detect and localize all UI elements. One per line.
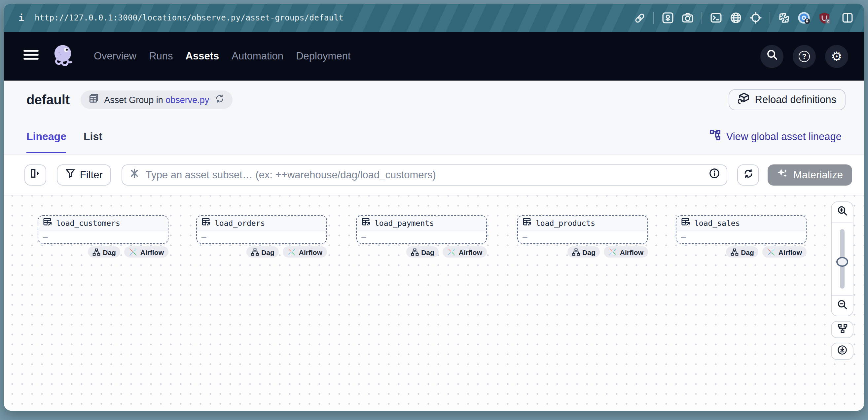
nav-item-assets[interactable]: Assets [186, 50, 219, 62]
settings-button[interactable]: ⚙ [825, 44, 848, 68]
content-blocker-shield-icon[interactable]: 2 [818, 11, 831, 24]
asset-table-icon [523, 217, 532, 229]
browser-titlebar: i http://127.0.0.1:3000/locations/observ… [4, 4, 864, 32]
info-icon: i [19, 12, 24, 23]
tag-dag[interactable]: Dag [406, 246, 439, 258]
tag-dag[interactable]: Dag [246, 246, 279, 258]
tag-dag[interactable]: Dag [88, 246, 121, 258]
zoom-controls [831, 201, 854, 360]
zoom-out-icon [837, 299, 848, 313]
panel-toggle-icon [30, 168, 41, 182]
asset-table-icon [43, 217, 52, 229]
gear-icon: ⚙ [831, 50, 842, 62]
tag-airflow[interactable]: Airflow [125, 246, 168, 258]
terminal-icon[interactable] [710, 12, 722, 24]
refresh-graph-button[interactable] [737, 164, 759, 185]
asset-table-icon [681, 217, 690, 229]
link-icon[interactable] [634, 12, 645, 24]
extensions-puzzle-icon[interactable] [778, 12, 790, 24]
nav-item-deployment[interactable]: Deployment [296, 50, 350, 62]
reload-definitions-button[interactable]: Reload definitions [728, 89, 845, 110]
reload-cube-icon [738, 92, 750, 107]
filter-label: Filter [80, 169, 103, 181]
lineage-toolbar: Filter Materialize [4, 155, 864, 195]
nav-item-automation[interactable]: Automation [231, 50, 283, 62]
asset-node: load_payments – Dag Airflow [356, 215, 487, 258]
asset-subset-field [122, 164, 727, 185]
camera-icon[interactable] [682, 12, 693, 24]
asset-table-icon [202, 217, 211, 229]
tag-airflow[interactable]: Airflow [443, 246, 487, 258]
asset-node-box[interactable]: load_sales – [676, 215, 807, 244]
blocked-count-badge: 2 [827, 19, 829, 23]
image-capture-icon[interactable] [662, 12, 674, 24]
asset-node: load_orders – Dag Airflow [196, 215, 327, 258]
op-selector-icon [129, 168, 141, 182]
url-bar[interactable]: http://127.0.0.1:3000/locations/observe.… [35, 13, 344, 23]
titlebar-separator [702, 12, 702, 24]
page-title: default [26, 92, 70, 107]
node-status: – [202, 232, 206, 241]
refresh-icon [743, 168, 753, 181]
titlebar-separator [653, 12, 654, 24]
asset-node: load_sales – Dag Airflow [676, 215, 807, 258]
rearrange-layout-button[interactable] [831, 321, 854, 338]
tab-list[interactable]: List [84, 119, 102, 154]
tag-airflow[interactable]: Airflow [763, 246, 807, 258]
asset-node: load_customers – Dag Airflow [38, 215, 168, 258]
nav-item-overview[interactable]: Overview [94, 50, 136, 62]
sparkles-icon [777, 168, 788, 182]
browser-window: i http://127.0.0.1:3000/locations/observ… [4, 4, 864, 411]
node-status: – [361, 232, 366, 241]
globe-icon[interactable] [730, 12, 742, 24]
question-icon: ? [799, 51, 810, 62]
asset-group-badge: Asset Group in observe.py [80, 91, 232, 109]
asset-node-box[interactable]: load_customers – [38, 215, 168, 244]
search-icon [766, 49, 778, 63]
asset-node-box[interactable]: load_orders – [196, 215, 327, 244]
lineage-graph-icon [710, 129, 721, 143]
node-status: – [681, 232, 686, 241]
tag-dag[interactable]: Dag [726, 246, 759, 258]
split-view-icon[interactable] [842, 12, 854, 24]
help-button[interactable]: ? [793, 44, 816, 68]
search-button[interactable] [760, 44, 783, 68]
filter-button[interactable]: Filter [57, 164, 111, 185]
zoom-in-icon [837, 205, 848, 219]
zoom-slider-thumb[interactable] [836, 257, 848, 267]
code-location-link[interactable]: observe.py [165, 95, 209, 105]
zoom-out-button[interactable] [832, 296, 853, 316]
asset-node-box[interactable]: load_products – [517, 215, 648, 244]
table-stack-icon [88, 93, 99, 106]
download-circle-icon [837, 345, 847, 358]
zoom-in-button[interactable] [832, 202, 853, 222]
open-side-panel-button[interactable] [25, 164, 46, 185]
app-navbar: Overview Runs Assets Automation Deployme… [4, 32, 864, 80]
materialize-label: Materialize [793, 169, 843, 181]
titlebar-separator [770, 12, 770, 24]
asset-node-box[interactable]: load_payments – [356, 215, 487, 244]
tag-airflow[interactable]: Airflow [283, 246, 327, 258]
node-status: – [523, 232, 527, 241]
node-status: – [43, 232, 48, 241]
desktop: i http://127.0.0.1:3000/locations/observ… [0, 0, 868, 420]
password-manager-icon[interactable] [798, 11, 810, 24]
asset-subset-input[interactable] [146, 169, 704, 181]
tag-airflow[interactable]: Airflow [604, 246, 648, 258]
sync-icon[interactable] [214, 93, 224, 106]
recenter-view-button[interactable] [831, 343, 854, 360]
materialize-button[interactable]: Materialize [768, 164, 852, 185]
tag-dag[interactable]: Dag [567, 246, 600, 258]
reload-definitions-label: Reload definitions [755, 94, 836, 106]
nav-items: Overview Runs Assets Automation Deployme… [94, 50, 351, 62]
lineage-canvas[interactable]: load_customers – Dag Airflow load_orders… [4, 195, 864, 411]
dagster-logo[interactable] [51, 42, 75, 70]
info-circle-icon[interactable] [709, 168, 720, 182]
view-global-asset-lineage-link[interactable]: View global asset lineage [710, 119, 842, 154]
crosshair-icon[interactable] [750, 12, 762, 24]
tab-lineage[interactable]: Lineage [26, 119, 66, 154]
nav-item-runs[interactable]: Runs [149, 50, 173, 62]
tabs-row: Lineage List View global asset lineage [4, 119, 864, 155]
menu-hamburger-icon[interactable] [23, 48, 39, 64]
badge-text: Asset Group in observe.py [104, 95, 209, 105]
